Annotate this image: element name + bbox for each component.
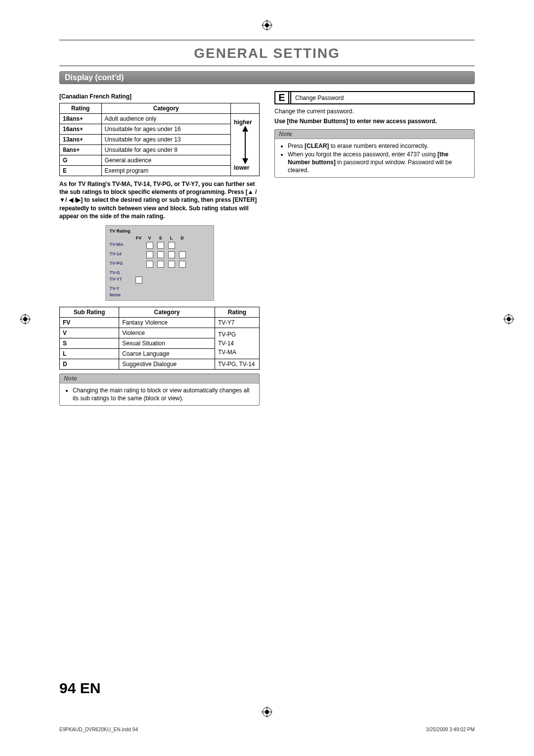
number-buttons-instruction: Use [the Number Buttons] to enter new ac…: [274, 117, 475, 125]
checkbox-icon: [168, 251, 175, 258]
tv-col: D: [177, 236, 188, 240]
tv-row: None: [110, 292, 134, 297]
svg-point-11: [507, 317, 511, 321]
registration-mark-left: [20, 314, 31, 328]
arrow-cell: higher lower: [231, 114, 260, 176]
table-row: 18ans+ Adult audience only higher lower: [60, 114, 260, 124]
change-password-header: E Change Password: [274, 91, 475, 104]
svg-marker-18: [242, 158, 248, 164]
th-category: Category: [101, 103, 230, 114]
tv-col: V: [144, 236, 155, 240]
table-row: E Exempt program: [60, 166, 260, 176]
table-row: D Suggestive Dialogue TV-PG, TV-14: [60, 359, 260, 369]
cell-rating: TV-14: [218, 340, 234, 347]
top-rule: [59, 40, 475, 41]
th-arrow: [231, 103, 260, 114]
th-rating: Rating: [60, 103, 102, 114]
tv-col: FV: [134, 236, 144, 240]
note-title: Note: [275, 130, 474, 139]
checkbox-icon: [168, 242, 175, 249]
table-row: 13ans+ Unsuitable for ages under 13: [60, 135, 260, 145]
arrow-higher-label: higher: [234, 119, 252, 126]
cell-cat: Coarse Language: [119, 348, 215, 359]
svg-point-3: [265, 23, 269, 27]
th-category: Category: [119, 307, 215, 317]
cell-sub: FV: [63, 319, 70, 326]
canadian-french-table: Rating Category 18ans+ Adult audience on…: [59, 103, 260, 176]
step-e-label: E: [275, 92, 289, 103]
tv-row: TV-Y: [110, 286, 134, 291]
page-title: GENERAL SETTING: [59, 46, 475, 61]
page: GENERAL SETTING Display (cont'd) [Canadi…: [0, 0, 534, 756]
step-e-text: Change Password: [291, 92, 474, 103]
checkbox-icon: [146, 261, 153, 268]
footer-timestamp: 3/25/2009 3:49:02 PM: [426, 727, 475, 732]
cell-rating: E: [63, 167, 67, 174]
checkbox-icon: [179, 261, 186, 268]
table-row: FV Fantasy Violence TV-Y7: [60, 317, 260, 328]
cell-category: Unsuitable for ages under 16: [101, 124, 230, 135]
cell-category: Unsuitable for ages under 8: [101, 145, 230, 155]
tv-row: TV-MA: [110, 242, 134, 250]
tv-col: L: [166, 236, 177, 240]
two-column-layout: [Canadian French Rating] Rating Category…: [59, 91, 475, 406]
checkbox-icon: [157, 261, 164, 268]
registration-mark-right: [503, 314, 514, 328]
tv-col: S: [155, 236, 166, 240]
sub-rating-table: Sub Rating Category Rating FV Fantasy Vi…: [59, 307, 260, 370]
note-item: Changing the main rating to block or vie…: [73, 386, 254, 402]
cell-category: General audience: [101, 155, 230, 166]
page-number: 94 EN: [59, 680, 100, 697]
right-column: E Change Password Change the current pas…: [274, 91, 475, 178]
cell-rating: 13ans+: [63, 136, 83, 143]
table-row: 16ans+ Unsuitable for ages under 16: [60, 124, 260, 135]
th-sub-rating: Sub Rating: [60, 307, 119, 317]
checkbox-icon: [168, 261, 175, 268]
change-password-desc: Change the current password.: [274, 107, 475, 115]
double-arrow-icon: [241, 126, 250, 164]
cell-rating-group: TV-PG TV-14 TV-MA: [215, 328, 260, 359]
table-row: V Violence TV-PG TV-14 TV-MA: [60, 328, 260, 338]
checkbox-icon: [146, 242, 153, 249]
cell-sub: D: [63, 361, 67, 368]
left-column: [Canadian French Rating] Rating Category…: [59, 91, 260, 406]
title-rule: [59, 65, 475, 66]
tv-rating-title: TV Rating: [110, 229, 210, 234]
cell-rating: TV-MA: [218, 349, 236, 356]
tv-row: TV-Y7: [110, 277, 134, 284]
checkbox-icon: [135, 277, 142, 284]
cell-rating: TV-PG: [218, 331, 236, 338]
arrow-lower-label: lower: [234, 164, 249, 171]
sub-rating-instructions: As for TV Rating's TV-MA, TV-14, TV-PG, …: [59, 180, 260, 220]
note-box-left: Note Changing the main rating to block o…: [59, 374, 260, 406]
cell-rating: 16ans+: [63, 126, 83, 133]
th-rating: Rating: [215, 307, 260, 317]
cell-rating: G: [63, 157, 67, 164]
cell-cat: Violence: [119, 328, 215, 338]
tv-row: TV-G: [110, 270, 134, 275]
cell-cat: Sexual Situation: [119, 338, 215, 348]
cell-cat: Fantasy Violence: [119, 317, 215, 328]
tv-row: TV-14: [110, 251, 134, 259]
cell-category: Adult audience only: [101, 114, 230, 124]
tv-rating-grid: TV Rating FV V S L D TV-MA TV-14: [105, 225, 214, 301]
cell-category: Exempt program: [101, 166, 230, 176]
svg-point-7: [23, 317, 27, 321]
cell-rating: TV-PG, TV-14: [215, 359, 260, 369]
cell-rating: 18ans+: [63, 115, 83, 122]
registration-mark-bottom: [262, 707, 272, 720]
registration-mark-top: [262, 20, 272, 34]
cell-category: Unsuitable for ages under 13: [101, 135, 230, 145]
canadian-french-heading: [Canadian French Rating]: [59, 93, 260, 100]
note-item: When you forgot the access password, ent…: [288, 150, 469, 175]
cell-sub: S: [63, 340, 67, 347]
checkbox-icon: [157, 242, 164, 249]
checkbox-icon: [179, 251, 186, 258]
table-row: G General audience: [60, 155, 260, 166]
note-item: Press [CLEAR] to erase numbers entered i…: [288, 142, 469, 150]
cell-cat: Suggestive Dialogue: [119, 359, 215, 369]
checkbox-icon: [157, 251, 164, 258]
table-row: 8ans+ Unsuitable for ages under 8: [60, 145, 260, 155]
note-title: Note: [60, 374, 259, 383]
checkbox-icon: [146, 251, 153, 258]
